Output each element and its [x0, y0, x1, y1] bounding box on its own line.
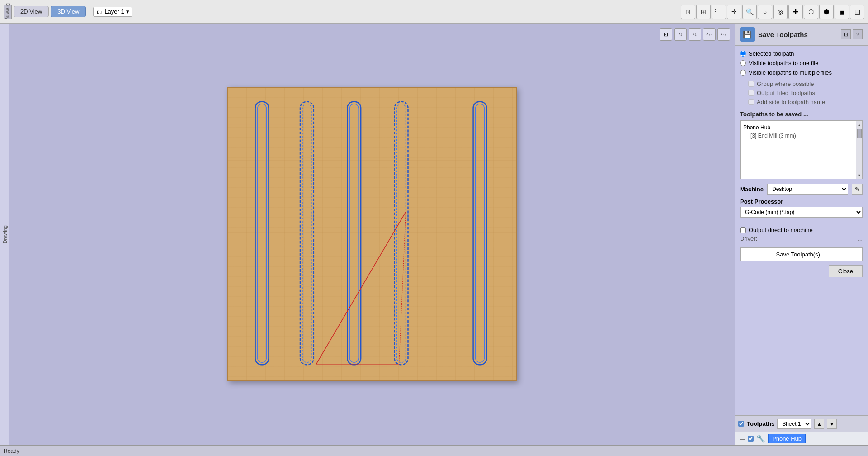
right-bottom-section: Toolpaths Sheet 1 ▲ ▼ — 🔧 Phone Hub [735, 415, 868, 445]
view-path-btn[interactable]: ⬢ [819, 5, 834, 19]
save-toolpaths-panel: 💾 Save Toolpaths ⊡ ? Selected toolpath [735, 24, 868, 415]
machine-select[interactable]: Desktop [767, 184, 848, 195]
toolpaths-bottom-bar: Toolpaths Sheet 1 ▲ ▼ [735, 416, 868, 432]
phone-hub-label: Phone Hub [768, 434, 806, 443]
view-zoom-btn[interactable]: 🔍 [742, 5, 757, 19]
scroll-thumb[interactable] [857, 129, 862, 138]
output-tiled-item[interactable]: Output Tiled Toolpaths [748, 90, 863, 96]
status-text: Ready [4, 448, 19, 454]
options-checkboxes: Group where possible Output Tiled Toolpa… [740, 81, 863, 105]
phone-hub-list-item: — 🔧 Phone Hub [740, 434, 806, 443]
view-vector-btn[interactable]: ⬡ [804, 5, 818, 19]
panel-header: 💾 Save Toolpaths ⊡ ? [735, 24, 868, 46]
toolpaths-enable-checkbox[interactable] [738, 421, 744, 427]
toolpaths-list-container: Phone Hub [3] End Mill (3 mm) ▲ ▼ [740, 120, 863, 179]
save-toolpath-button[interactable]: Save Toolpath(s) ... [740, 247, 863, 261]
view-bbox-btn[interactable]: ⊡ [681, 5, 695, 19]
view-extra2-btn[interactable]: ▤ [850, 5, 864, 19]
group-where-possible-item[interactable]: Group where possible [748, 81, 863, 87]
driver-row: Driver: ... [740, 235, 863, 242]
driver-dots-btn[interactable]: ... [858, 235, 863, 242]
view-zrot-btn[interactable]: ᶻ↕ [689, 28, 701, 41]
svg-rect-8 [257, 104, 266, 362]
machine-row: Machine Desktop ✎ [740, 184, 863, 195]
top-toolbar: Drawing 2D View 3D View 🗂 Layer 1 ▾ ⊡ ⊞ … [0, 0, 868, 24]
toolpath-phone-hub: Phone Hub [743, 124, 853, 132]
machine-label: Machine [740, 186, 764, 193]
svg-rect-12 [349, 104, 359, 362]
drawing-tab[interactable]: Drawing [4, 5, 12, 19]
output-direct-label: Output direct to machine [749, 227, 813, 233]
phone-hub-icon: 🔧 [756, 434, 765, 443]
view-yflip-btn[interactable]: ʸ↔ [717, 28, 730, 41]
output-mode-group: Selected toolpath Visible toolpaths to o… [740, 50, 863, 76]
post-processor-section: Post Processor G-Code (mm) (*.tap) [740, 198, 863, 222]
right-container: 💾 Save Toolpaths ⊡ ? Selected toolpath [735, 24, 868, 445]
list-dash: — [740, 436, 745, 442]
phone-hub-checkbox[interactable] [748, 436, 754, 442]
post-processor-select[interactable]: G-Code (mm) (*.tap) [740, 207, 863, 218]
machine-edit-btn[interactable]: ✎ [852, 184, 863, 195]
toolpaths-list: Phone Hub [3] End Mill (3 mm) [741, 121, 856, 179]
panel-help-btn[interactable]: ? [853, 29, 863, 39]
svg-rect-16 [475, 104, 484, 362]
view-grid-btn[interactable]: ⋮⋮ [712, 5, 726, 19]
driver-label: Driver: [740, 235, 757, 242]
scroll-up-arrow[interactable]: ▲ [856, 122, 862, 128]
radio-selected-toolpath[interactable]: Selected toolpath [740, 50, 863, 57]
main-content: Drawing ⊡ ˣ↕ ᶻ↕ ˣ↔ ʸ↔ [0, 24, 868, 445]
view-perspective-btn[interactable]: ⊞ [696, 5, 711, 19]
panel-title: Save Toolpaths [758, 31, 808, 38]
post-processor-label: Post Processor [740, 198, 863, 205]
sheet-up-btn[interactable]: ▲ [814, 419, 824, 429]
layer-selector[interactable]: 🗂 Layer 1 ▾ [93, 7, 132, 17]
view-circle-btn[interactable]: ○ [758, 5, 772, 19]
view-cross-btn[interactable]: ✚ [788, 5, 803, 19]
3d-view-tab[interactable]: 3D View [51, 6, 86, 17]
toolpath-svg [228, 88, 516, 380]
left-drawing-panel: Drawing [0, 24, 9, 445]
panel-header-icons: ⊡ ? [841, 29, 863, 39]
sheet-select[interactable]: Sheet 1 [777, 419, 811, 429]
scroll-down-arrow[interactable]: ▼ [856, 172, 862, 179]
output-direct-row[interactable]: Output direct to machine [740, 227, 863, 233]
toolpath-end-mill: [3] End Mill (3 mm) [743, 132, 853, 140]
save-icon: 💾 [740, 27, 755, 42]
sheet-down-btn[interactable]: ▼ [827, 419, 837, 429]
board-canvas [227, 87, 517, 381]
canvas-area: ⊡ ˣ↕ ᶻ↕ ˣ↔ ʸ↔ [9, 24, 735, 445]
status-bar: Ready [0, 445, 868, 456]
output-direct-checkbox[interactable] [740, 227, 746, 233]
radio-visible-one[interactable]: Visible toolpaths to one file [740, 60, 863, 66]
toolpaths-scrollbar: ▲ ▼ [856, 121, 862, 179]
panel-body: Selected toolpath Visible toolpaths to o… [735, 46, 868, 282]
toolpaths-section-title: Toolpaths to be saved ... [740, 111, 863, 118]
2d-view-tab[interactable]: 2D View [14, 6, 49, 17]
drawing-label: Drawing [2, 225, 8, 243]
svg-rect-10 [302, 104, 311, 362]
svg-rect-14 [396, 104, 406, 362]
view-toolbar-group: ⊡ ⊞ ⋮⋮ ✛ 🔍 ○ ◎ ✚ ⬡ ⬢ ▣ ▤ [681, 5, 864, 19]
radio-visible-multiple[interactable]: Visible toolpaths to multiple files [740, 69, 863, 76]
svg-line-19 [399, 212, 406, 365]
view-snap-btn[interactable]: ✛ [727, 5, 741, 19]
view-extra1-btn[interactable]: ▣ [835, 5, 849, 19]
close-button[interactable]: Close [829, 265, 863, 277]
toolpaths-bottom-label: Toolpaths [747, 420, 774, 427]
view-xrot-btn[interactable]: ˣ↕ [674, 28, 687, 41]
view-orientation-controls: ⊡ ˣ↕ ᶻ↕ ˣ↔ ʸ↔ [660, 28, 730, 41]
view-ring-btn[interactable]: ◎ [773, 5, 788, 19]
view-reset-btn[interactable]: ⊡ [660, 28, 672, 41]
panel-restore-btn[interactable]: ⊡ [841, 29, 851, 39]
view-xflip-btn[interactable]: ˣ↔ [703, 28, 716, 41]
toolpaths-list-bottom: — 🔧 Phone Hub [735, 432, 868, 445]
add-side-to-name-item[interactable]: Add side to toolpath name [748, 99, 863, 105]
